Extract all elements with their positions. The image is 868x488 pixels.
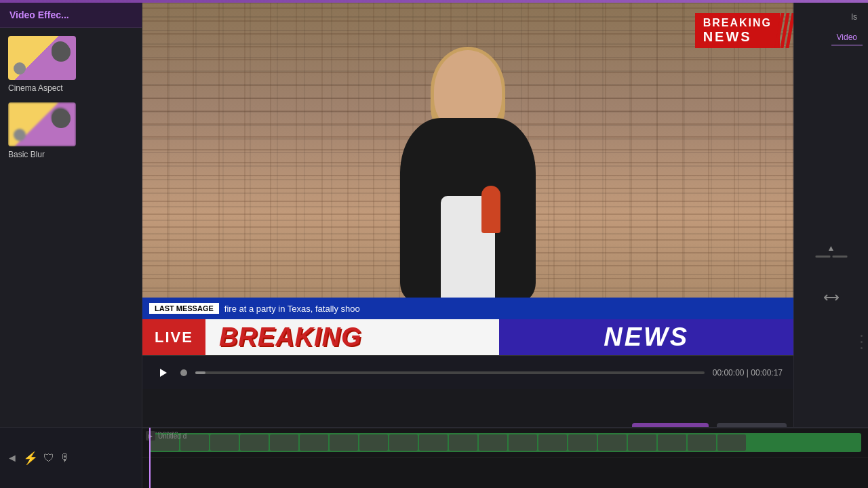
track-row-video: ▶ Untitled d [142,428,868,458]
clip-thumb-13 [509,434,537,451]
breaking-box: BREAKING [205,319,500,355]
left-effects-panel: Video Effec... Cinema Aspect Basic Blur [0,3,142,450]
effect-thumb-cinema [8,36,76,80]
video-area: BREAKING NEWS [142,3,793,389]
news-ticker-container: LAST MESSAGE fire at a party in Texas, f… [142,298,793,355]
clip-thumb-3 [210,434,239,451]
effect-item-cinema[interactable]: Cinema Aspect [8,36,134,93]
track-clip[interactable] [149,433,861,452]
right-panel: ls Video ▲ [793,3,868,450]
clip-thumb-12 [479,434,507,451]
current-time: 00:00:00 [713,368,745,378]
clip-thumb-16 [598,434,627,451]
scroll-indicator: ▲ [815,243,847,258]
expand-icon-container[interactable] [824,293,839,305]
total-time: 00:00:17 [751,368,783,378]
scroll-dots [815,256,847,258]
clip-thumb-8 [359,434,388,451]
play-button[interactable] [153,363,172,382]
video-controls: 00:00:00 | 00:00:17 [142,355,793,389]
tab-ls[interactable]: ls [846,9,863,24]
ticker-text: fire at a party in Texas, fatally shoo [224,304,360,314]
progress-fill [195,371,205,374]
timeline-track: 0;00:00;00 ▶ Untitled d [142,428,868,488]
playback-dot [180,369,187,376]
ticker-tag: LAST MESSAGE [149,303,219,314]
track-label: ▶ Untitled d [146,431,186,441]
breaking-label: BREAKING [219,323,362,352]
effect-thumb-blur [8,102,76,146]
effect-label-blur: Basic Blur [8,150,45,159]
scroll-dot-1 [815,256,830,258]
anchor-body [400,118,536,301]
time-display: 00:00:00 | 00:00:17 [713,368,783,378]
breaking-news-logo: BREAKING NEWS [695,13,780,48]
ticker-message: LAST MESSAGE fire at a party in Texas, f… [142,298,793,319]
live-box: LIVE [142,319,205,355]
track-name: Untitled d [158,432,186,440]
video-container: BREAKING NEWS [142,3,793,355]
panel-header: Video Effec... [0,3,142,28]
svg-marker-0 [160,369,167,377]
timeline-controls: ◄ ⚡ 🛡 🎙 [0,428,142,488]
timeline-area: ◄ ⚡ 🛡 🎙 0;00:00;00 ▶ Untitled d [0,427,868,488]
clip-thumb-20 [717,434,746,451]
anchor-figure [353,50,583,301]
effect-label-cinema: Cinema Aspect [8,83,63,93]
logo-stripes [778,13,792,48]
logo-line1: BREAKING [703,17,772,29]
playhead[interactable] [149,428,151,488]
anchor-mic [481,186,500,233]
clip-thumb-9 [389,434,418,451]
clip-thumb-11 [449,434,477,451]
clip-thumb-6 [300,434,328,451]
clip-thumb-10 [419,434,448,451]
video-background: BREAKING NEWS [142,3,793,355]
effects-grid: Cinema Aspect Basic Blur [0,28,142,167]
clip-thumb-15 [568,434,597,451]
video-frame: BREAKING NEWS [142,3,793,355]
clip-thumb-19 [688,434,716,451]
resize-dots [861,335,863,349]
progress-bar[interactable] [195,371,705,374]
timeline-icon-mic[interactable]: 🎙 [60,452,71,464]
scroll-dot-2 [832,256,847,258]
clip-thumb-5 [270,434,298,451]
news-label: NEWS [604,323,689,352]
clip-thumb-4 [240,434,269,451]
timeline-icon-shield[interactable]: 🛡 [43,452,54,464]
clip-thumb-14 [538,434,567,451]
effect-item-blur[interactable]: Basic Blur [8,102,134,159]
clip-thumb-7 [330,434,358,451]
track-icon: ▶ [146,431,155,441]
timeline-icon-zoom[interactable]: ◄ [7,452,18,464]
scroll-up-arrow: ▲ [827,243,835,253]
logo-line2: NEWS [703,29,772,44]
tab-video[interactable]: Video [831,30,863,45]
news-box: NEWS [499,319,793,355]
news-banner: LIVE BREAKING NEWS [142,319,793,355]
right-tabs: ls Video [794,9,868,45]
live-label: LIVE [155,329,193,346]
clip-thumb-18 [658,434,686,451]
timeline-icon-split[interactable]: ⚡ [23,451,38,466]
clip-thumb-17 [628,434,656,451]
